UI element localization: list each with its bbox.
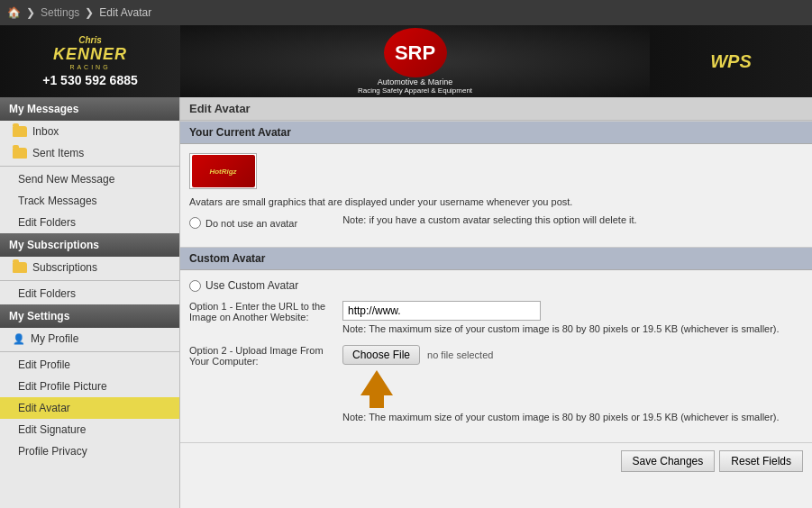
use-custom-radio[interactable] bbox=[189, 280, 201, 292]
profile-person-icon bbox=[13, 332, 25, 345]
breadcrumb-sep2: ❯ bbox=[85, 6, 94, 19]
avatar-image: HotRigz bbox=[192, 155, 255, 187]
current-avatar-body: HotRigz Avatars are small graphics that … bbox=[180, 144, 812, 247]
kenner-phone: +1 530 592 6885 bbox=[42, 73, 138, 87]
option1-input-area: Note: The maximum size of your custom im… bbox=[342, 301, 803, 334]
save-changes-button[interactable]: Save Changes bbox=[621, 450, 716, 472]
breadcrumb: 🏠 ❯ Settings ❯ Edit Avatar bbox=[7, 6, 151, 19]
main-layout: My Messages Inbox Sent Items Send New Me… bbox=[0, 97, 812, 508]
content-area: Edit Avatar Your Current Avatar HotRigz … bbox=[180, 97, 812, 508]
no-avatar-label: Do not use an avatar bbox=[205, 218, 297, 229]
sidebar-item-subscriptions[interactable]: Subscriptions bbox=[0, 257, 179, 278]
sidebar-item-edit-signature[interactable]: Edit Signature bbox=[0, 419, 179, 440]
srp-text: SRP bbox=[395, 41, 435, 65]
sidebar: My Messages Inbox Sent Items Send New Me… bbox=[0, 97, 180, 508]
wps-logo: WPS bbox=[710, 51, 752, 72]
banner-auto-line2: Racing Safety Apparel & Equipment bbox=[358, 86, 472, 95]
breadcrumb-current: Edit Avatar bbox=[99, 6, 151, 19]
kenner-name: Chris bbox=[78, 35, 102, 45]
sidebar-item-inbox[interactable]: Inbox bbox=[0, 121, 179, 142]
option1-note: Note: The maximum size of your custom im… bbox=[342, 323, 803, 334]
sidebar-section-settings: My Settings My Profile Edit Profile Edit… bbox=[0, 304, 179, 462]
sidebar-item-edit-profile[interactable]: Edit Profile bbox=[0, 354, 179, 376]
sidebar-item-subscriptions-edit-folders[interactable]: Edit Folders bbox=[0, 283, 179, 304]
sidebar-item-track-messages[interactable]: Track Messages bbox=[0, 190, 179, 212]
reset-fields-button[interactable]: Reset Fields bbox=[719, 450, 803, 472]
banner-right: WPS bbox=[650, 25, 812, 97]
sidebar-header-messages: My Messages bbox=[0, 97, 179, 121]
option2-row: Option 2 - Upload Image From Your Comput… bbox=[189, 345, 803, 422]
banner: Chris KENNER RACING +1 530 592 6885 SRP … bbox=[0, 25, 812, 97]
no-avatar-note: Note: if you have a custom avatar select… bbox=[342, 214, 637, 225]
sidebar-item-profile-privacy[interactable]: Profile Privacy bbox=[0, 440, 179, 462]
sidebar-item-sent[interactable]: Sent Items bbox=[0, 142, 179, 164]
use-custom-radio-row: Use Custom Avatar bbox=[189, 279, 803, 292]
breadcrumb-settings-link[interactable]: Settings bbox=[41, 6, 79, 19]
sidebar-item-edit-profile-picture[interactable]: Edit Profile Picture bbox=[0, 376, 179, 397]
choose-file-button[interactable]: Choose File bbox=[342, 345, 420, 365]
option1-label: Option 1 - Enter the URL to the Image on… bbox=[189, 301, 333, 322]
inbox-label: Inbox bbox=[32, 125, 59, 138]
kenner-brand: KENNER bbox=[53, 45, 127, 64]
home-icon[interactable]: 🏠 bbox=[7, 6, 21, 19]
sidebar-header-settings: My Settings bbox=[0, 304, 179, 328]
avatar-description: Avatars are small graphics that are disp… bbox=[189, 196, 803, 207]
sidebar-header-subscriptions: My Subscriptions bbox=[0, 233, 179, 257]
no-avatar-radio-row: Do not use an avatar bbox=[189, 217, 297, 229]
current-avatar-display: HotRigz Avatars are small graphics that … bbox=[189, 153, 803, 229]
url-input[interactable] bbox=[342, 301, 541, 321]
subscriptions-label: Subscriptions bbox=[32, 261, 97, 274]
banner-center: SRP Automotive & Marine Racing Safety Ap… bbox=[180, 25, 650, 97]
banner-left: Chris KENNER RACING +1 530 592 6885 bbox=[0, 25, 180, 97]
sidebar-item-send-message[interactable]: Send New Message bbox=[0, 168, 179, 190]
no-file-selected-label: no file selected bbox=[427, 349, 493, 360]
sent-label: Sent Items bbox=[32, 147, 84, 159]
option2-label: Option 2 - Upload Image From Your Comput… bbox=[189, 345, 333, 367]
sidebar-section-messages: My Messages Inbox Sent Items Send New Me… bbox=[0, 97, 179, 233]
avatar-image-box: HotRigz bbox=[189, 153, 257, 189]
arrow-pointer bbox=[360, 370, 803, 408]
sidebar-section-subscriptions: My Subscriptions Subscriptions Edit Fold… bbox=[0, 233, 179, 304]
srp-logo: SRP bbox=[384, 28, 447, 77]
top-bar: 🏠 ❯ Settings ❯ Edit Avatar bbox=[0, 0, 812, 25]
sidebar-item-my-profile[interactable]: My Profile bbox=[0, 328, 179, 349]
my-profile-label: My Profile bbox=[31, 332, 78, 345]
sidebar-item-edit-folders[interactable]: Edit Folders bbox=[0, 212, 179, 233]
custom-avatar-section-title: Custom Avatar bbox=[180, 247, 812, 270]
custom-avatar-body: Use Custom Avatar Option 1 - Enter the U… bbox=[180, 270, 812, 442]
sidebar-item-edit-avatar[interactable]: Edit Avatar bbox=[0, 397, 179, 419]
arrow-shaft bbox=[370, 395, 384, 408]
subscriptions-folder-icon bbox=[13, 262, 27, 273]
banner-auto-line1: Automotive & Marine bbox=[378, 77, 453, 86]
use-custom-label: Use Custom Avatar bbox=[205, 279, 298, 292]
arrow-head bbox=[360, 370, 393, 395]
no-avatar-radio[interactable] bbox=[189, 217, 201, 229]
content-header: Edit Avatar bbox=[180, 97, 812, 121]
current-avatar-section-title: Your Current Avatar bbox=[180, 121, 812, 144]
option2-input-area: Choose File no file selected Note: The m… bbox=[342, 345, 803, 422]
option2-note: Note: The maximum size of your custom im… bbox=[342, 412, 803, 422]
settings-divider bbox=[0, 351, 179, 352]
subscriptions-divider bbox=[0, 280, 179, 281]
sent-folder-icon bbox=[13, 148, 27, 159]
kenner-subtitle: RACING bbox=[69, 64, 110, 70]
breadcrumb-sep1: ❯ bbox=[26, 6, 35, 19]
option1-row: Option 1 - Enter the URL to the Image on… bbox=[189, 301, 803, 334]
messages-divider bbox=[0, 166, 179, 167]
inbox-folder-icon bbox=[13, 126, 27, 137]
bottom-buttons: Save Changes Reset Fields bbox=[180, 442, 812, 479]
avatar-img-text: HotRigz bbox=[209, 168, 236, 176]
file-row: Choose File no file selected bbox=[342, 345, 803, 365]
